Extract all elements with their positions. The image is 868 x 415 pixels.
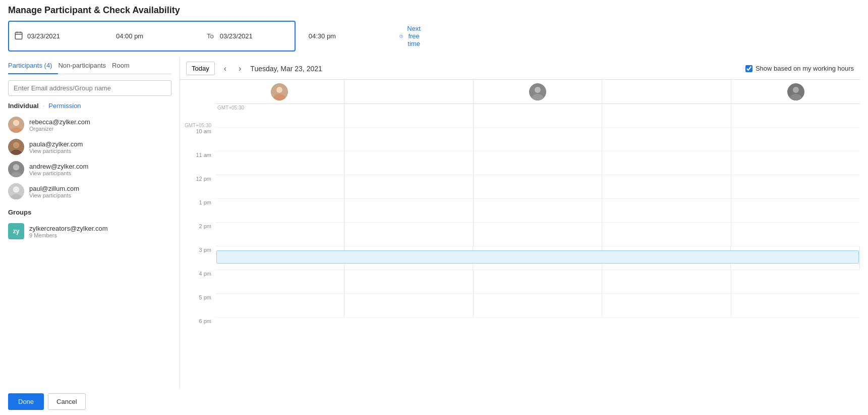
grid-row-12pm [215, 151, 860, 175]
avatar-col-3 [474, 80, 603, 103]
grid-cell [731, 175, 860, 198]
calendar-grid: GMT+05:30 [215, 80, 860, 388]
grid-cell [344, 151, 474, 175]
avatar-col-2 [344, 80, 474, 103]
time-slot-2pm: 2 pm [180, 223, 215, 247]
participant-role: View participants [29, 170, 88, 176]
datetime-toolbar: To Next free time [8, 21, 296, 51]
grid-cell [602, 199, 731, 222]
end-date-input[interactable] [220, 32, 305, 40]
section-individual-header: Individual · Permission [8, 102, 171, 110]
calendar-body: GMT+05:30 10 am 11 am 12 pm 1 pm 2 pm 3 … [180, 80, 860, 388]
end-time-input[interactable] [309, 32, 393, 40]
grid-cell [344, 104, 474, 127]
time-slot-12pm: 12 pm [180, 176, 215, 199]
calendar-icon [14, 31, 23, 42]
cal-avatar-3 [529, 83, 546, 100]
groups-section: Groups zy zylkercreators@zylker.com 9 Me… [8, 209, 171, 242]
email-search-input[interactable] [8, 80, 171, 96]
cancel-button[interactable]: Cancel [48, 393, 85, 410]
participant-email: andrew@zylker.com [29, 163, 88, 170]
groups-header: Groups [8, 209, 171, 216]
group-item: zy zylkercreators@zylker.com 9 Members [8, 220, 171, 242]
grid-cell [474, 270, 603, 293]
participant-role: View participants [29, 192, 79, 198]
permission-link[interactable]: Permission [48, 102, 81, 110]
tab-participants-label: Participants [8, 62, 44, 69]
grid-cell [731, 199, 860, 222]
avatar-row [215, 80, 860, 104]
svg-point-12 [13, 164, 19, 170]
tab-room[interactable]: Room [112, 58, 136, 74]
participant-role: Organizer [29, 126, 90, 132]
start-date-input[interactable] [27, 32, 112, 40]
individual-label: Individual [8, 102, 39, 110]
gmt-label: GMT+05:30 [180, 104, 215, 128]
grid-row-1pm [215, 175, 860, 199]
grid-cell [344, 294, 474, 317]
grid-row-2pm [215, 199, 860, 223]
grid-cell [602, 128, 731, 151]
participant-info: rebecca@zylker.com Organizer [29, 118, 90, 132]
grid-cell [731, 128, 860, 151]
grid-row-3pm [215, 223, 860, 246]
to-separator: To [207, 32, 214, 40]
grid-cell [474, 294, 603, 317]
avatar [8, 139, 24, 155]
svg-point-15 [13, 186, 19, 192]
grid-cell [731, 270, 860, 293]
grid-cell [731, 151, 860, 175]
calendar-date-title: Tuesday, Mar 23, 2021 [250, 65, 322, 73]
grid-cell [344, 175, 474, 198]
participant-email: paul@zillum.com [29, 185, 79, 192]
grid-cell [474, 175, 603, 198]
grid-row-5pm [215, 270, 860, 294]
grid-cell [215, 270, 344, 293]
cal-avatar-1 [271, 83, 288, 100]
grid-cell [215, 199, 344, 222]
grid-cell [344, 128, 474, 151]
time-slot-1pm: 1 pm [180, 199, 215, 223]
prev-nav-button[interactable]: ‹ [221, 63, 229, 74]
start-time-input[interactable] [116, 32, 201, 40]
grid-cell [602, 175, 731, 198]
time-column: GMT+05:30 10 am 11 am 12 pm 1 pm 2 pm 3 … [180, 80, 215, 388]
group-name: zylkercreators@zylker.com [29, 225, 108, 232]
next-free-time-button[interactable]: Next free time [399, 25, 423, 47]
tab-participants[interactable]: Participants (4) [8, 58, 58, 74]
grid-cell [602, 223, 731, 246]
time-slot-5pm: 5 pm [180, 294, 215, 318]
grid-cell [474, 199, 603, 222]
next-nav-button[interactable]: › [236, 63, 244, 74]
participant-info: paula@zylker.com View participants [29, 140, 83, 154]
today-button[interactable]: Today [186, 62, 215, 75]
grid-cell [602, 104, 731, 127]
avatar [8, 161, 24, 177]
grid-cell [474, 104, 603, 127]
avatar [8, 117, 24, 133]
tab-room-label: Room [112, 62, 130, 69]
group-abbr: zy [13, 228, 20, 235]
avatar-col-1 [215, 80, 344, 103]
time-slot-3pm: 3 pm [180, 247, 215, 271]
participant-item: paul@zillum.com View participants [8, 180, 171, 202]
event-block [216, 250, 859, 264]
participant-info: andrew@zylker.com View participants [29, 163, 88, 176]
tab-participants-count: (4) [44, 62, 52, 69]
grid-row-10am [215, 104, 860, 128]
svg-rect-0 [15, 32, 22, 39]
grid-cell [344, 270, 474, 293]
participant-tabs: Participants (4) Non-participants Room [8, 58, 171, 74]
grid-cell [731, 104, 860, 127]
tab-non-participants[interactable]: Non-participants [58, 58, 112, 74]
avatar [8, 183, 24, 199]
grid-cell [602, 151, 731, 175]
svg-point-9 [13, 142, 19, 148]
grid-row-6pm [215, 294, 860, 318]
grid-cell [215, 175, 344, 198]
svg-point-18 [276, 87, 282, 93]
working-hours-label: Show based on my working hours [756, 65, 854, 72]
working-hours-checkbox[interactable] [745, 65, 753, 72]
done-button[interactable]: Done [8, 393, 44, 410]
svg-point-24 [793, 87, 799, 93]
